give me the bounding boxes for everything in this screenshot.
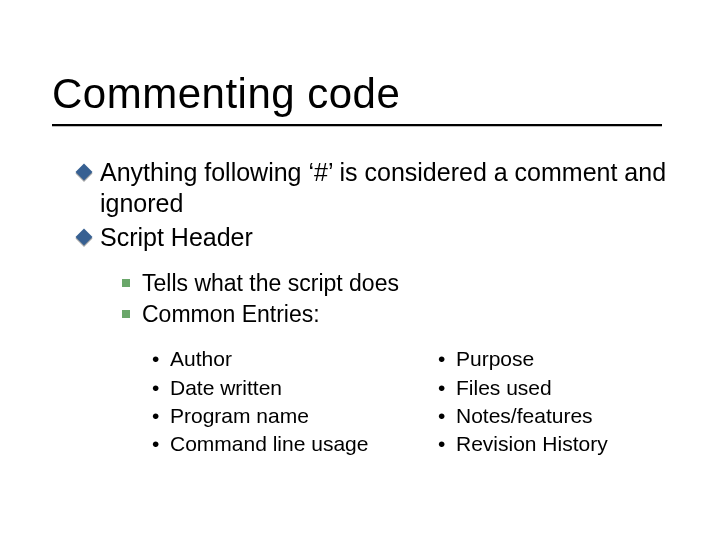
bullet-level3: • Author [168, 346, 398, 372]
title-area: Commenting code [0, 0, 720, 118]
bullet-text: Script Header [100, 223, 253, 251]
diamond-bullet-icon [78, 166, 90, 178]
slide-title: Commenting code [52, 70, 720, 118]
bullet-level3: • Purpose [454, 346, 684, 372]
dot-bullet-icon: • [152, 346, 159, 372]
level3-columns: • Author • Date written • Program name •… [142, 330, 668, 459]
dot-bullet-icon: • [152, 375, 159, 401]
dot-bullet-icon: • [438, 431, 445, 457]
bullet-level3: • Revision History [454, 431, 684, 457]
bullet-text: Anything following ‘#’ is considered a c… [100, 158, 666, 217]
bullet-level3: • Date written [168, 375, 398, 401]
bullet-text: Command line usage [170, 432, 368, 455]
bullet-level3: • Notes/features [454, 403, 684, 429]
slide: Commenting code Anything following ‘#’ i… [0, 0, 720, 540]
dot-bullet-icon: • [438, 403, 445, 429]
bullet-level3: • Program name [168, 403, 398, 429]
bullet-level2: Tells what the script does [142, 269, 668, 298]
entries-left-column: • Author • Date written • Program name •… [168, 346, 398, 459]
bullet-text: Revision History [456, 432, 608, 455]
bullet-text: Program name [170, 404, 309, 427]
dot-bullet-icon: • [438, 346, 445, 372]
bullet-level3: • Command line usage [168, 431, 398, 457]
dot-bullet-icon: • [152, 403, 159, 429]
bullet-text: Purpose [456, 347, 534, 370]
bullet-level3: • Files used [454, 375, 684, 401]
dot-bullet-icon: • [438, 375, 445, 401]
bullet-level1: Script Header [100, 222, 668, 253]
entries-right-column: • Purpose • Files used • Notes/features … [454, 346, 684, 459]
bullet-text: Author [170, 347, 232, 370]
bullet-text: Tells what the script does [142, 270, 399, 296]
bullet-text: Date written [170, 376, 282, 399]
bullet-text: Files used [456, 376, 552, 399]
bullet-level1: Anything following ‘#’ is considered a c… [100, 157, 668, 220]
dot-bullet-icon: • [152, 431, 159, 457]
diamond-bullet-icon [78, 231, 90, 243]
square-bullet-icon [122, 279, 130, 287]
bullet-level2: Common Entries: [142, 300, 668, 329]
square-bullet-icon [122, 310, 130, 318]
bullet-text: Notes/features [456, 404, 593, 427]
bullet-text: Common Entries: [142, 301, 320, 327]
slide-body: Anything following ‘#’ is considered a c… [0, 127, 720, 459]
level2-list: Tells what the script does Common Entrie… [100, 255, 668, 460]
